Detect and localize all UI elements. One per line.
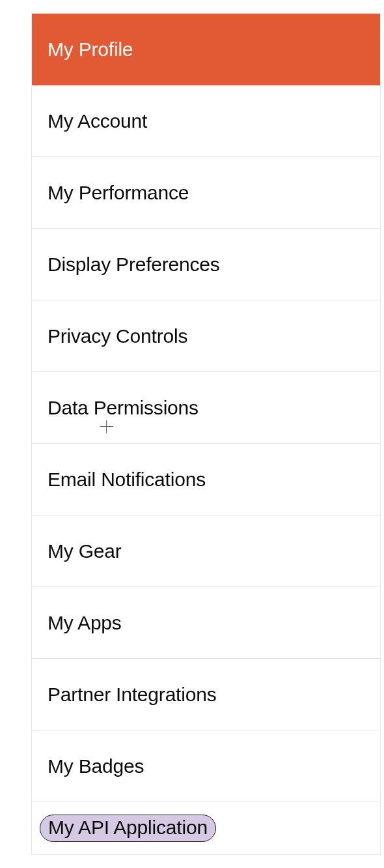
menu-item-my-account[interactable]: My Account — [32, 85, 380, 157]
menu-item-label: Data Permissions — [48, 397, 199, 419]
menu-item-label: Display Preferences — [48, 253, 220, 276]
menu-item-data-permissions[interactable]: Data Permissions — [32, 372, 380, 444]
menu-item-label: My Apps — [48, 612, 122, 634]
menu-item-label-highlighted: My API Application — [40, 815, 216, 843]
menu-item-display-preferences[interactable]: Display Preferences — [32, 229, 380, 300]
menu-item-label: My Performance — [48, 182, 189, 204]
menu-item-label: My Gear — [48, 540, 122, 562]
menu-item-email-notifications[interactable]: Email Notifications — [32, 444, 380, 515]
menu-item-my-api-application[interactable]: My API Application — [32, 802, 380, 854]
menu-item-label: Email Notifications — [48, 469, 206, 491]
menu-item-label: Partner Integrations — [48, 684, 216, 706]
menu-item-label: Privacy Controls — [48, 325, 187, 347]
menu-item-label: My Profile — [48, 38, 133, 61]
menu-item-my-apps[interactable]: My Apps — [32, 587, 380, 659]
menu-item-my-performance[interactable]: My Performance — [32, 157, 380, 229]
menu-item-privacy-controls[interactable]: Privacy Controls — [32, 300, 380, 372]
menu-item-my-profile[interactable]: My Profile — [32, 14, 380, 85]
menu-item-my-badges[interactable]: My Badges — [32, 731, 380, 802]
menu-item-my-gear[interactable]: My Gear — [32, 515, 380, 587]
settings-menu: My Profile My Account My Performance Dis… — [31, 13, 381, 855]
menu-item-label: My Badges — [48, 755, 144, 777]
menu-item-partner-integrations[interactable]: Partner Integrations — [32, 659, 380, 731]
menu-item-label: My Account — [48, 110, 147, 132]
